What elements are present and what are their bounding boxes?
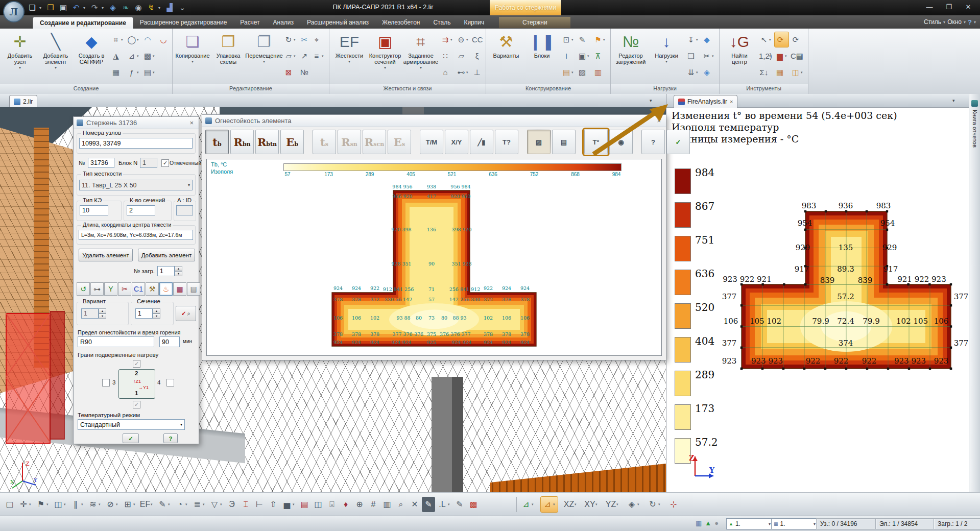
rscn-button[interactable]: Rscn bbox=[363, 130, 386, 154]
add-fragment-icon[interactable]: ⊕ bbox=[353, 497, 366, 512]
projection-icon[interactable]: ◈▾ bbox=[625, 497, 642, 512]
surface-fxy-icon[interactable]: ƒ▾ bbox=[126, 64, 141, 80]
delete-element-button[interactable]: Удалить элемент bbox=[79, 249, 133, 261]
move-tool-icon[interactable]: ✛▾ bbox=[17, 497, 34, 512]
book-icon[interactable]: ❧ bbox=[120, 2, 131, 13]
hinge-icon[interactable]: ⊷▾ bbox=[456, 64, 470, 80]
corner-axes-icon[interactable]: ⊹ bbox=[667, 497, 680, 512]
reinforcement-table-icon[interactable]: ▦ bbox=[173, 282, 186, 296]
select-fragment-icon[interactable]: ⌖ bbox=[311, 32, 326, 47]
copy-button[interactable]: ❏Копирование▾ bbox=[176, 31, 209, 80]
model-3d-icon[interactable]: ◈ bbox=[107, 2, 118, 13]
variant-input[interactable]: 1 bbox=[81, 308, 99, 319]
c1-rigidity-icon[interactable]: C1 bbox=[132, 282, 145, 296]
filter-icon[interactable]: ▽▾ bbox=[208, 497, 225, 512]
levels-icon[interactable]: ▅▾ bbox=[280, 497, 297, 512]
distributed-load-icon[interactable]: ⇊▾ bbox=[685, 64, 700, 80]
grid-copy-icon[interactable]: ▣▾ bbox=[577, 48, 591, 64]
erase-icon[interactable]: ⊘▾ bbox=[104, 497, 121, 512]
add-element-button[interactable]: ╲Добавить элемент▾ bbox=[39, 31, 73, 80]
save-icon[interactable]: ▣ bbox=[58, 2, 69, 13]
delete-element-icon[interactable]: ⊠ bbox=[283, 64, 298, 80]
element-number-input[interactable]: 31736 bbox=[88, 158, 114, 168]
rotate-view-icon[interactable]: ↻▾ bbox=[646, 497, 663, 512]
blocks-button[interactable]: ❙❚Блоки bbox=[525, 31, 559, 80]
marquee-select-icon[interactable]: ▢ bbox=[3, 497, 16, 512]
ts-button[interactable]: ts bbox=[313, 130, 336, 154]
wall-icon[interactable]: ▥ bbox=[592, 64, 607, 80]
undo-icon[interactable]: ↶ bbox=[70, 2, 82, 13]
rod-loads-icon[interactable]: ⇉▾ bbox=[440, 32, 455, 47]
apply-button[interactable]: ✓ bbox=[123, 433, 139, 443]
axes-green-icon[interactable]: ⊿▾ bbox=[519, 497, 536, 512]
close-icon[interactable]: × bbox=[655, 117, 663, 125]
smooth-icon[interactable]: ≋▾ bbox=[86, 497, 103, 512]
mirror-icon[interactable]: ∥▾ bbox=[69, 497, 86, 512]
loadcase-spinner[interactable]: ▲▼ bbox=[175, 266, 182, 276]
selected-red-column[interactable] bbox=[5, 310, 66, 446]
hatch-lines-icon[interactable]: ▨ bbox=[577, 64, 591, 80]
renumber-icon[interactable]: № bbox=[299, 64, 310, 80]
materials-icon[interactable]: ⚒ bbox=[146, 282, 159, 296]
anchor-icon[interactable]: ⊥ bbox=[471, 64, 483, 80]
rsn-button[interactable]: Rsn bbox=[338, 130, 361, 154]
face-right-checkbox[interactable] bbox=[166, 379, 174, 387]
close-button[interactable]: ✕ bbox=[959, 0, 978, 13]
pencil-icon[interactable]: ✎▾ bbox=[156, 497, 173, 512]
camera-button[interactable]: ◉ bbox=[609, 130, 633, 154]
rbn-button[interactable]: Rbn bbox=[230, 130, 254, 154]
arc-red-icon[interactable]: ◡ bbox=[158, 32, 169, 47]
xy-axes-button[interactable]: X/Y bbox=[445, 130, 468, 154]
diagram-scale-button[interactable]: ╱▮ bbox=[470, 130, 493, 154]
add-element-button[interactable]: Добавить элемент bbox=[138, 249, 195, 261]
face-left-checkbox[interactable] bbox=[102, 379, 110, 387]
more-commands-icon[interactable]: ⌄ bbox=[177, 2, 188, 13]
isofields-button[interactable]: ▨ bbox=[527, 130, 551, 154]
bricks-icon[interactable]: ▤▾ bbox=[561, 64, 576, 80]
block-number-input[interactable]: 1 bbox=[140, 158, 157, 168]
view-xz-icon[interactable]: XZ▾ bbox=[562, 497, 579, 512]
plates-align-icon[interactable]: ≡▾ bbox=[311, 48, 326, 64]
import-loads-icon[interactable]: ◈ bbox=[701, 64, 716, 80]
mesh-plate-icon[interactable]: ▩▾ bbox=[142, 48, 157, 64]
cube-axes-icon[interactable]: ⊿▾ bbox=[126, 48, 141, 64]
c-mosaic-icon[interactable]: C▦▾ bbox=[790, 48, 805, 64]
palette-icon[interactable]: ▩ bbox=[467, 497, 480, 512]
joints-icon[interactable]: ∷ bbox=[440, 48, 455, 64]
aid-input[interactable] bbox=[176, 205, 193, 215]
es-button[interactable]: Es bbox=[388, 130, 411, 154]
element-info-icon[interactable]: Э bbox=[225, 497, 238, 512]
temp-mode-select[interactable]: Стандартный ▾ bbox=[78, 419, 185, 430]
ribbon-tab[interactable]: Железобетон bbox=[375, 17, 426, 28]
ribbon-tab[interactable]: Расширенный анализ bbox=[300, 17, 375, 28]
flag-select-icon[interactable]: ⚑▾ bbox=[34, 497, 51, 512]
ribbon-tab[interactable]: Кирпич bbox=[457, 17, 491, 28]
variant-spinner[interactable]: ▲▼ bbox=[99, 308, 106, 319]
dome-icon[interactable]: ◠ bbox=[142, 32, 157, 47]
level-plus-icon[interactable]: ⊼ bbox=[592, 48, 607, 64]
new-document-icon[interactable]: ❏ bbox=[27, 2, 38, 13]
section-input[interactable]: 1 bbox=[135, 308, 153, 319]
node-tool-icon[interactable]: Y bbox=[104, 282, 117, 296]
loadcase-combo-2[interactable]: ▦ 1. ▾ bbox=[771, 518, 818, 529]
reports-book-tab[interactable]: Книга отчетов bbox=[969, 94, 980, 492]
truss-icon[interactable]: ◮ bbox=[110, 48, 125, 64]
draw-pencil-icon[interactable]: ✎ bbox=[453, 497, 466, 512]
resize-sheet-icon[interactable]: ↗ bbox=[299, 48, 310, 64]
t-question-button[interactable]: T? bbox=[495, 130, 518, 154]
dialog-title-bar[interactable]: Стержень 31736 × bbox=[74, 117, 199, 129]
apply-button[interactable]: ✓ bbox=[666, 130, 690, 154]
paint-select-icon[interactable]: ✎ bbox=[422, 497, 435, 512]
add-pencil-icon[interactable]: ✎ bbox=[577, 32, 591, 47]
colorbar-strip-button[interactable]: ▤ bbox=[552, 130, 576, 154]
fireanalysis-tab[interactable]: FireAnalysis.lir × bbox=[674, 95, 737, 108]
diagram-icon[interactable]: ▟ bbox=[164, 2, 175, 13]
spring-icon[interactable]: ξ bbox=[471, 48, 483, 64]
hanger-icon[interactable]: ⌂ bbox=[440, 64, 455, 80]
local-axes-icon[interactable]: ↺ bbox=[77, 282, 90, 296]
redo-icon[interactable]: ↷ bbox=[89, 2, 100, 13]
hinges-icon[interactable]: ⊶ bbox=[90, 282, 104, 296]
pack-scheme-button[interactable]: ❒Упаковка схемы bbox=[211, 31, 245, 80]
variants-button[interactable]: ⚒Варианты bbox=[489, 31, 523, 80]
cylinder-solid-icon[interactable]: ◯▾ bbox=[126, 32, 141, 47]
